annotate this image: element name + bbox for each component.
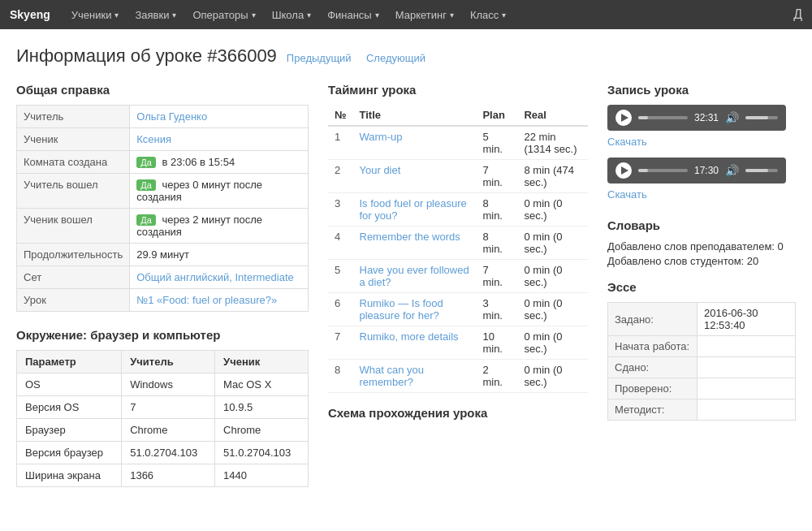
table-row: Учитель Ольга Гуденко [17,106,309,128]
volume-track-1[interactable] [745,116,778,119]
table-row: Комната создана Да в 23:06 в 15:54 [17,151,309,174]
room-created-value: в 23:06 в 15:54 [162,156,235,168]
vocab-student-row: Добавлено слов студентом: 20 [607,255,796,267]
volume-fill-2 [745,169,768,172]
nav-operators[interactable]: Операторы ▾ [184,0,263,29]
recording-section-title: Запись урока [607,83,796,97]
label-set: Сет [17,266,130,289]
label-student: Ученик [17,128,130,151]
chevron-down-icon: ▾ [114,11,119,19]
duration-value: 29.9 минут [130,244,309,266]
table-row: БраузерChromeChrome [17,419,309,442]
timing-title-link[interactable]: Rumiko — Is food pleasure for her? [360,297,443,322]
table-row: Сдано: [608,357,796,378]
env-section-title: Окружение: браузер и компьютер [16,328,309,342]
chevron-down-icon: ▾ [502,11,506,19]
teacher-link[interactable]: Ольга Гуденко [136,110,207,123]
table-row: Урок №1 «Food: fuel or pleasure?» [17,289,309,312]
table-row: 1Warm-up5 min.22 min (1314 sec.) [328,126,588,160]
left-column: Общая справка Учитель Ольга Гуденко Учен… [16,83,309,487]
nav-school[interactable]: Школа ▾ [264,0,320,29]
badge-yes: Да [136,214,156,226]
timing-col-real: Real [517,105,588,126]
label-duration: Продолжительность [17,244,130,266]
audio-player-2: 17:30 🔊 [607,158,786,183]
table-row: Проверено: [608,378,796,399]
nav-finance[interactable]: Финансы ▾ [319,0,387,29]
lesson-link[interactable]: №1 «Food: fuel or pleasure?» [136,294,277,306]
table-row: 3Is food fuel or pleasure for you?8 min.… [328,193,588,227]
middle-column: Тайминг урока № Title Plan Real 1Warm-up… [328,83,588,487]
right-column: Запись урока 32:31 🔊 Скачать [607,83,796,487]
nav-marketing[interactable]: Маркетинг ▾ [387,0,462,29]
timing-header-row: № Title Plan Real [328,105,588,126]
timing-table: № Title Plan Real 1Warm-up5 min.22 min (… [328,105,588,393]
vocab-student-label: Добавлено слов студентом: [607,255,744,267]
download-link-1[interactable]: Скачать [607,136,647,148]
chevron-down-icon: ▾ [307,11,311,19]
timing-title-link[interactable]: Remember the words [360,231,460,243]
timing-title-link[interactable]: What can you remember? [360,364,425,388]
page-title: Информация об уроке #366009 [16,45,277,67]
volume-icon-1: 🔊 [725,111,739,124]
student-link[interactable]: Ксения [136,133,171,145]
next-lesson-link[interactable]: Следующий [366,52,425,64]
chevron-down-icon: ▾ [172,11,176,19]
chevron-down-icon: ▾ [375,11,379,19]
table-row: OSWindowsMac OS X [17,373,309,396]
chevron-down-icon: ▾ [252,11,256,19]
table-row: 6Rumiko — Is food pleasure for her?3 min… [328,293,588,326]
table-row: 7Rumiko, more details10 min.0 min (0 sec… [328,326,588,360]
timing-title-link[interactable]: Rumiko, more details [360,330,459,343]
progress-track-1[interactable] [638,116,688,119]
vocab-section-title: Словарь [607,218,796,232]
table-row: Продолжительность 29.9 минут [17,244,309,266]
table-row: Версия OS710.9.5 [17,396,309,419]
set-link[interactable]: Общий английский, Intermediate [136,271,294,283]
progress-track-2[interactable] [638,169,688,172]
label-lesson: Урок [17,289,130,312]
play-button-1[interactable] [615,110,632,126]
table-header-row: Параметр Учитель Ученик [17,351,309,373]
table-row: Учитель вошел Да через 0 минут после соз… [17,174,309,209]
nav-students[interactable]: Ученики ▾ [63,0,127,29]
download-link-2[interactable]: Скачать [607,188,647,201]
env-col-param: Параметр [17,351,122,373]
table-row: Ученик вошел Да через 2 минут после созд… [17,209,309,244]
table-row: Ученик Ксения [17,128,309,151]
table-row: Начата работа: [608,336,796,357]
schema-section-title: Схема прохождения урока [328,406,588,420]
progress-fill-1 [638,116,648,119]
general-info-table: Учитель Ольга Гуденко Ученик Ксения Комн… [16,105,309,312]
page-title-row: Информация об уроке #366009 Предыдущий С… [16,45,796,67]
timing-title-link[interactable]: Is food fuel or pleasure for you? [360,197,467,222]
label-teacher-entered: Учитель вошел [17,174,130,209]
essay-section-title: Эссе [607,280,796,294]
table-row: 4Remember the words8 min.0 min (0 sec.) [328,227,588,260]
table-row: Ширина экрана13661440 [17,464,309,487]
vocab-teacher-label: Добавлено слов преподавателем: [607,240,775,253]
progress-fill-2 [638,169,648,172]
timing-title-link[interactable]: Warm-up [360,131,403,143]
table-row: Методист: [608,399,796,421]
top-nav: Skyeng Ученики ▾ Заявки ▾ Операторы ▾ Шк… [0,0,812,29]
env-col-teacher: Учитель [122,351,215,373]
vocabulary-section: Добавлено слов преподавателем: 0 Добавле… [607,240,796,267]
general-section-title: Общая справка [16,83,309,97]
time-display-2: 17:30 [694,165,719,176]
environment-table: Параметр Учитель Ученик OSWindowsMac OS … [16,350,309,487]
volume-track-2[interactable] [745,169,778,172]
nav-orders[interactable]: Заявки ▾ [127,0,184,29]
user-icon[interactable]: Д [793,7,802,22]
table-row: 8What can you remember?2 min.0 min (0 se… [328,360,588,393]
timing-section-title: Тайминг урока [328,83,588,97]
timing-title-link[interactable]: Your diet [360,164,401,176]
table-row: Задано:2016-06-30 12:53:40 [608,303,796,336]
timing-col-title: Title [353,105,477,126]
nav-class[interactable]: Класс ▾ [462,0,514,29]
label-student-entered: Ученик вошел [17,209,130,244]
timing-title-link[interactable]: Have you ever followed a diet? [360,264,469,288]
table-row: Версия браузер51.0.2704.10351.0.2704.103 [17,442,309,464]
prev-lesson-link[interactable]: Предыдущий [287,52,352,64]
play-button-2[interactable] [615,162,632,179]
